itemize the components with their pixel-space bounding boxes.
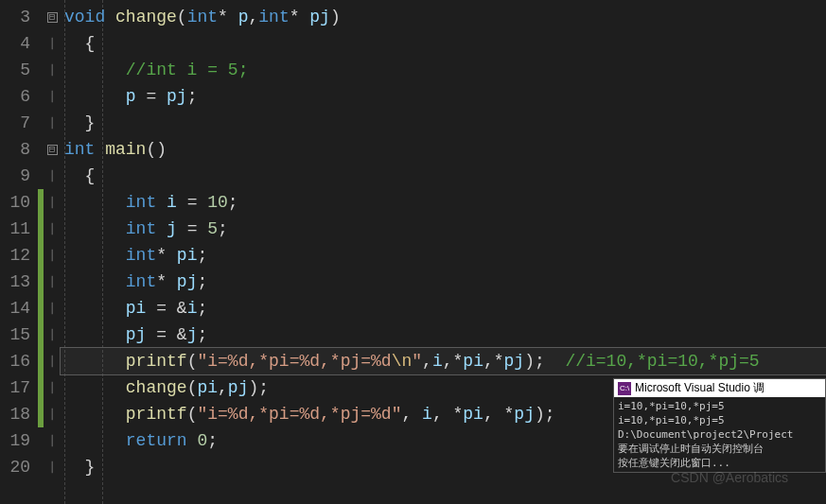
debug-console-title: Microsoft Visual Studio 调 — [635, 381, 764, 395]
line-number-gutter: 3 4 5 6 7 8 9 10 11 12 13 14 15 16 17 18… — [0, 0, 38, 504]
line-number[interactable]: 10 — [4, 189, 30, 216]
code-line[interactable]: { — [61, 163, 826, 189]
code-line[interactable]: pj = &j; — [61, 322, 826, 348]
code-line[interactable]: int* pj; — [61, 269, 826, 295]
code-line[interactable]: } — [61, 110, 826, 136]
code-line[interactable]: int main() — [61, 136, 826, 163]
code-line[interactable]: pi = &i; — [61, 295, 826, 322]
code-line-current[interactable]: printf("i=%d,*pi=%d,*pj=%d\n",i,*pi,*pj)… — [61, 348, 826, 374]
line-number[interactable]: 16 — [4, 348, 30, 374]
code-line[interactable]: { — [61, 30, 826, 57]
line-number[interactable]: 4 — [4, 30, 30, 57]
line-number[interactable]: 9 — [4, 163, 30, 189]
fold-column: ⊟ ││││ ⊟ ││││ ││││ ││││ — [44, 0, 61, 504]
line-number[interactable]: 19 — [4, 427, 30, 454]
line-number[interactable]: 7 — [4, 110, 30, 136]
line-number[interactable]: 3 — [4, 4, 30, 30]
fold-toggle-icon[interactable]: ⊟ — [47, 145, 58, 155]
line-number[interactable]: 11 — [4, 216, 30, 242]
line-number[interactable]: 18 — [4, 401, 30, 427]
code-line[interactable]: int i = 10; — [61, 189, 826, 216]
code-line[interactable]: int j = 5; — [61, 216, 826, 242]
line-number[interactable]: 14 — [4, 295, 30, 322]
debug-console-window[interactable]: C:\ Microsoft Visual Studio 调 i=10,*pi=1… — [613, 378, 826, 473]
visual-studio-icon: C:\ — [618, 382, 631, 395]
line-number[interactable]: 20 — [4, 454, 30, 480]
watermark: CSDN @Aerobatics — [671, 470, 788, 485]
line-number[interactable]: 15 — [4, 322, 30, 348]
code-line[interactable]: void change(int* p,int* pj) — [61, 4, 826, 30]
debug-console-output: i=10,*pi=10,*pj=5 i=10,*pi=10,*pj=5 D:\D… — [614, 397, 825, 472]
fold-toggle-icon[interactable]: ⊟ — [47, 12, 58, 23]
line-number[interactable]: 12 — [4, 242, 30, 269]
code-line[interactable]: int* pi; — [61, 242, 826, 269]
line-number[interactable]: 5 — [4, 57, 30, 83]
code-line[interactable]: p = pj; — [61, 83, 826, 110]
line-number[interactable]: 8 — [4, 136, 30, 163]
line-number[interactable]: 13 — [4, 269, 30, 295]
debug-console-titlebar[interactable]: C:\ Microsoft Visual Studio 调 — [614, 379, 825, 397]
line-number[interactable]: 6 — [4, 83, 30, 110]
line-number[interactable]: 17 — [4, 374, 30, 401]
code-line[interactable]: //int i = 5; — [61, 57, 826, 83]
